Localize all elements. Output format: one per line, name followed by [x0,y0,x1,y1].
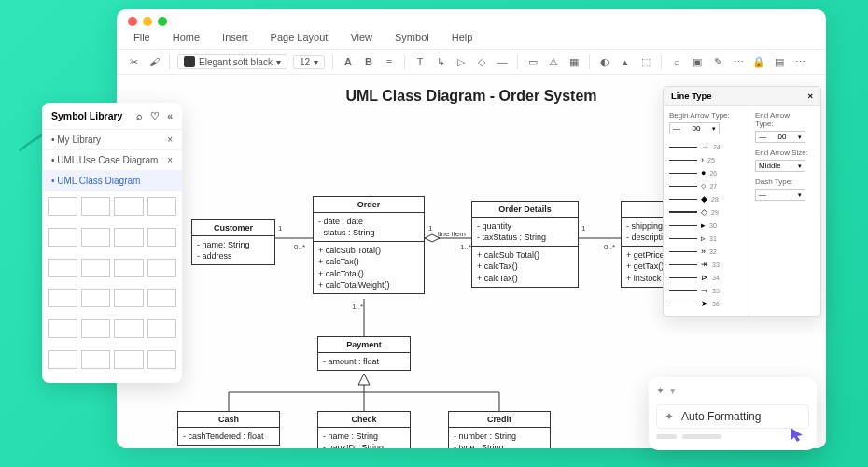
menu-help[interactable]: Help [452,32,473,43]
menu-insert[interactable]: Insert [222,32,248,43]
uml-class-credit[interactable]: Credit - number : String - type : String… [448,411,551,448]
uml-class-order[interactable]: Order - date : date - status : String + … [313,196,425,294]
dash-type-dropdown[interactable]: —▾ [755,189,805,201]
close-icon[interactable]: × [167,134,173,145]
shape-thumbnail[interactable] [48,259,77,277]
shape-thumbnail[interactable] [48,228,77,247]
library-item-my-library[interactable]: • My Library × [42,130,182,150]
line-tool-icon[interactable]: — [495,56,510,67]
more-icon[interactable]: ⋯ [792,56,807,68]
caret-down-icon[interactable]: ▴ [618,56,633,68]
arrow-style-option[interactable]: ›25 [669,153,743,166]
menu-view[interactable]: View [350,32,372,43]
shape-thumbnail[interactable] [81,197,111,216]
shape-thumbnail[interactable] [147,259,177,277]
shape-thumbnail[interactable] [48,319,77,338]
format-painter-icon[interactable]: 🖌 [147,56,161,67]
shape-thumbnail[interactable] [114,289,144,307]
uml-class-payment[interactable]: Payment - amount : float [317,336,411,371]
multiplicity-label: 1 [428,224,432,233]
minimize-window-button[interactable] [143,17,152,26]
end-arrow-size-dropdown[interactable]: Middle▾ [755,160,805,172]
maximize-window-button[interactable] [158,17,167,26]
shape-thumbnail[interactable] [147,289,177,307]
menu-file[interactable]: File [133,32,150,43]
shape-thumbnail[interactable] [114,350,144,369]
align-icon[interactable]: ≡ [382,56,397,67]
pointer-tool-icon[interactable]: ▷ [454,56,469,68]
shape-thumbnail[interactable] [48,197,77,216]
menu-page-layout[interactable]: Page Layout [271,32,329,43]
chevron-down-icon: ▾ [314,57,318,67]
search-icon[interactable]: ⌕ [669,56,684,67]
arrow-style-option[interactable]: ▹31 [669,232,743,245]
shape-tool-icon[interactable]: ◇ [474,56,489,68]
arrow-style-option[interactable]: ●26 [669,166,743,179]
close-window-button[interactable] [128,17,137,26]
arrow-style-option[interactable]: »32 [669,245,743,258]
shape-thumbnail[interactable] [114,197,144,216]
cut-icon[interactable]: ✂ [126,56,141,68]
shape-thumbnail[interactable] [147,228,177,247]
arrow-style-option[interactable]: ⇾35 [669,284,743,297]
arrow-style-option[interactable]: ◆28 [669,192,743,205]
table-icon[interactable]: ▦ [567,56,581,68]
lock-icon[interactable]: 🔒 [751,56,766,68]
arrow-style-option[interactable]: →24 [669,140,743,153]
arrow-style-option[interactable]: ➤36 [669,297,743,310]
bold-icon[interactable]: B [361,56,376,67]
close-icon[interactable]: × [167,155,173,165]
uml-header: Payment [318,337,410,353]
shape-thumbnail[interactable] [81,228,111,247]
end-arrow-dropdown[interactable]: —00▾ [755,131,805,143]
arrow-style-option[interactable]: ↠33 [669,258,743,271]
search-icon[interactable]: ⌕ [136,110,143,121]
begin-arrow-dropdown[interactable]: —00▾ [669,122,720,134]
shape-thumbnail[interactable] [81,319,111,338]
collapse-icon[interactable]: « [167,110,173,121]
shape-thumbnail[interactable] [114,259,144,277]
shape-thumbnail[interactable] [48,289,77,307]
shape-thumbnail[interactable] [81,259,111,277]
pen-icon[interactable]: ✎ [710,56,725,68]
text-tool-icon[interactable]: T [413,56,427,67]
shape-thumbnail[interactable] [81,289,111,307]
uml-class-order-details[interactable]: Order Details - quantity - taxStatus : S… [471,201,579,288]
uml-class-customer[interactable]: Customer - name: String - address [191,219,275,265]
shape-thumbnail[interactable] [114,228,144,247]
library-item-uml-use-case[interactable]: • UML Use Case Diagram × [42,150,182,171]
font-color-icon[interactable]: A [341,56,356,67]
font-size-dropdown[interactable]: 12 ▾ [293,55,325,69]
arrow-style-option[interactable]: ⊳34 [669,271,743,284]
shape-thumbnail[interactable] [147,350,177,369]
menu-symbol[interactable]: Symbol [395,32,429,43]
group-icon[interactable]: ▣ [690,56,705,68]
connector-tool-icon[interactable]: ↳ [433,56,448,68]
shape-thumbnail[interactable] [81,350,111,369]
image-tool-icon[interactable]: ▭ [525,56,540,68]
library-item-uml-class[interactable]: • UML Class Diagram [42,171,182,191]
auto-formatting-button[interactable]: ✦ Auto Formatting [656,404,809,429]
layers-icon[interactable]: ▤ [772,56,787,68]
shape-thumbnail[interactable] [147,197,177,216]
theme-dropdown[interactable]: Elegant soft black ▾ [177,54,287,69]
menu-home[interactable]: Home [173,32,200,43]
uml-header: Check [318,412,410,428]
fill-icon[interactable]: ◐ [597,56,612,68]
crop-icon[interactable]: ⬚ [638,56,653,68]
chevron-down-icon[interactable]: ▾ [670,385,676,397]
close-icon[interactable]: × [807,91,813,101]
arrow-style-option[interactable]: ◇29 [669,205,743,219]
svg-marker-12 [791,428,803,442]
shape-thumbnail[interactable] [48,350,77,369]
shape-thumbnail[interactable] [114,319,144,338]
dots-icon[interactable]: ⋯ [731,56,746,68]
heart-icon[interactable]: ♡ [150,110,160,121]
shape-thumbnail[interactable] [147,319,177,338]
sparkle-icon: ✦ [665,410,674,423]
uml-class-cash[interactable]: Cash - cashTendered : float [177,411,280,446]
comment-icon[interactable]: ⚠ [546,56,561,68]
arrow-style-option[interactable]: ○27 [669,179,743,192]
uml-class-check[interactable]: Check - name : String - bankID : String … [317,411,411,448]
arrow-style-option[interactable]: ▸30 [669,219,743,232]
